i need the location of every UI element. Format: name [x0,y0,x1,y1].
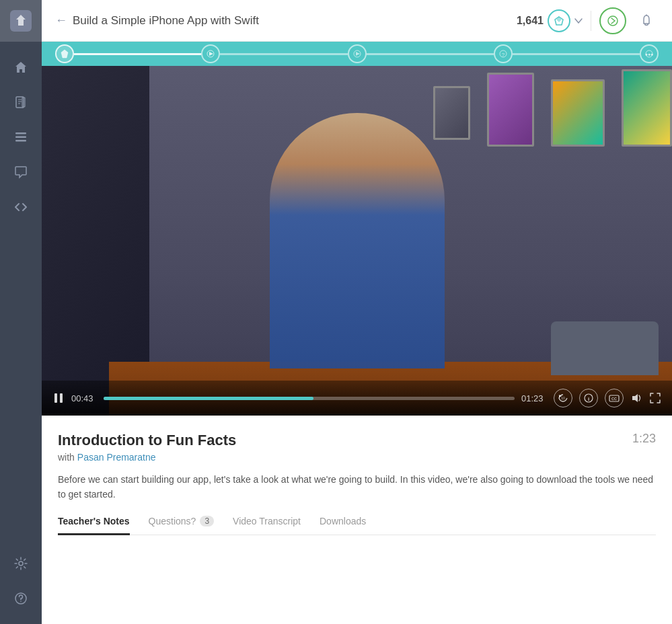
video-duration: 1:23 [632,432,656,446]
notifications-button[interactable] [634,9,659,33]
svg-marker-14 [209,52,213,56]
tab-teachers-notes-label: Teacher's Notes [58,516,130,526]
points-dropdown[interactable] [574,18,583,24]
video-thumbnail[interactable] [42,66,672,416]
tab-teachers-notes[interactable]: Teacher's Notes [58,516,130,535]
tab-downloads[interactable]: Downloads [320,516,366,535]
quiz-circle-icon: ? [499,50,507,58]
gem-icon-button[interactable] [548,9,570,32]
video-controls: 00:43 01:23 10 i [42,381,672,416]
sidebar-item-library[interactable] [6,87,36,117]
play-circle-icon-3: ●●● [645,50,653,58]
course-title: Build a Simple iPhone App with Swift [73,14,259,28]
tab-questions[interactable]: Questions? 3 [149,516,215,535]
bell-icon [640,14,653,28]
svg-point-10 [608,16,618,26]
progress-gem-icon [60,49,69,58]
svg-text:CC: CC [611,397,617,401]
wall-frame-2 [487,73,534,147]
progress-gem-start[interactable] [55,44,74,63]
info-button[interactable]: i [579,389,598,407]
pause-button[interactable] [52,392,65,404]
svg-text:●●●: ●●● [645,52,653,56]
cc-icon: CC [609,393,620,403]
play-circle-icon-2 [353,50,361,58]
tab-video-transcript-label: Video Transcript [233,516,301,526]
captions-button[interactable]: CC [605,389,624,407]
svg-rect-21 [54,393,57,403]
pause-icon [52,392,65,404]
home-icon [13,60,28,75]
video-progress-track[interactable] [104,397,515,400]
sidebar-nav [6,42,36,538]
video-title: Introduction to Fun Facts [58,432,236,449]
sidebar-item-settings[interactable] [6,549,36,578]
list-icon [13,130,28,145]
progress-step-circle-1[interactable] [201,44,220,63]
treehouse-logo-icon [10,10,32,32]
progress-step-4 [513,53,640,55]
svg-marker-12 [61,50,68,58]
sidebar-item-community[interactable] [6,157,36,187]
author-link[interactable]: Pasan Premaratne [77,452,156,463]
tab-video-transcript[interactable]: Video Transcript [233,516,301,535]
back-navigation[interactable]: ← Build a Simple iPhone App with Swift [55,13,259,28]
progress-step-2 [220,53,347,55]
tabs-section: Teacher's Notes Questions? 3 Video Trans… [42,502,672,535]
fullscreen-button[interactable] [649,392,661,404]
presenter-figure [270,113,445,368]
svg-text:?: ? [502,52,505,58]
progress-step-circle-2[interactable] [348,44,367,63]
video-description: Before we can start building our app, le… [58,472,656,502]
next-arrow-icon [607,15,618,26]
wall-frame-3 [551,79,605,147]
rewind-icon: 10 [558,393,568,403]
tab-questions-label: Questions? [149,516,196,526]
couch [551,321,659,375]
svg-text:i: i [588,396,589,402]
info-icon: i [583,393,594,403]
svg-rect-4 [15,140,26,142]
gear-icon [13,556,28,571]
sidebar-item-code[interactable] [6,192,36,222]
sidebar-bottom [6,538,36,624]
book-icon [13,95,28,110]
top-header: ← Build a Simple iPhone App with Swift 1… [42,0,672,42]
info-top: Introduction to Fun Facts 1:23 [58,432,656,449]
progress-step-1 [74,53,201,55]
chevron-down-icon [574,18,583,24]
video-container: 00:43 01:23 10 i [42,66,672,416]
rewind-button[interactable]: 10 [554,389,572,407]
info-section: Introduction to Fun Facts 1:23 with Pasa… [42,416,672,502]
svg-rect-3 [15,136,26,139]
svg-rect-2 [15,132,26,134]
wall-frame-4 [622,69,672,147]
progress-step-circle-4[interactable]: ●●● [640,44,659,63]
sidebar [0,0,42,624]
main-content: ← Build a Simple iPhone App with Swift 1… [42,0,672,624]
points-value: 1,641 [517,15,544,27]
video-author: with Pasan Premaratne [58,452,656,463]
svg-rect-22 [60,393,63,403]
header-divider [591,11,591,31]
play-circle-icon [207,50,215,58]
points-display: 1,641 [517,9,583,32]
tab-downloads-label: Downloads [320,516,366,526]
header-right: 1,641 [517,7,659,34]
wall-frame-1 [433,86,470,140]
code-icon [13,200,28,214]
sidebar-item-help[interactable] [6,584,36,613]
next-button[interactable] [599,7,626,34]
chat-icon [13,165,28,180]
treehouse-logo-svg [13,13,28,28]
svg-point-5 [19,561,23,566]
author-prefix: with [58,452,75,463]
svg-text:10: 10 [561,396,565,400]
sidebar-logo [0,0,42,42]
sidebar-item-tracks[interactable] [6,122,36,152]
gem-icon [554,15,564,26]
sidebar-item-home[interactable] [6,52,36,82]
progress-step-circle-3[interactable]: ? [494,44,513,63]
fullscreen-icon [649,392,661,404]
volume-button[interactable] [630,392,642,404]
